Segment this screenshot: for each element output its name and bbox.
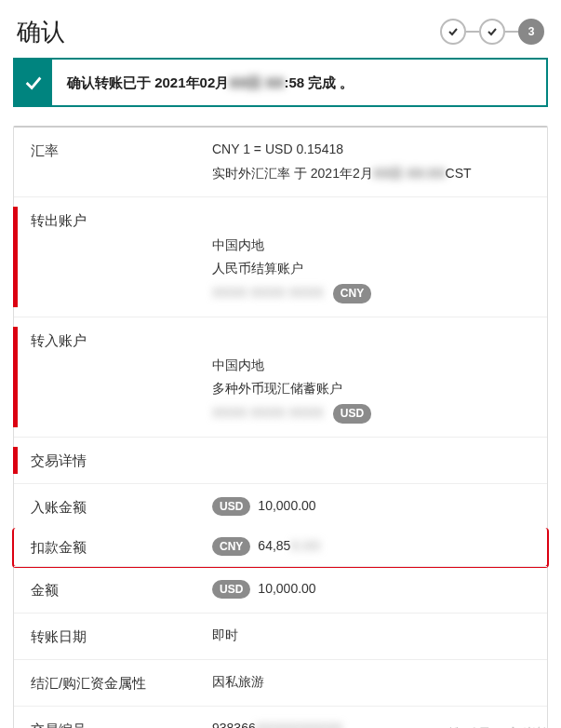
step-number: 3 — [528, 24, 535, 40]
rate-time-prefix: 实时外汇汇率 于 2021年2月 — [212, 165, 373, 183]
purpose-value: 因私旅游 — [212, 674, 264, 689]
step-2-done-icon — [479, 19, 505, 45]
from-currency-badge: CNY — [333, 284, 371, 303]
reference-row: 交易编号 938366XXXXXXXXXX — [14, 706, 547, 728]
amount-currency-badge: USD — [212, 580, 250, 600]
amount-row: 金额 USD 10,000.00 — [14, 566, 547, 613]
from-account-number-hidden: XXXX XXXX XXXX — [212, 284, 324, 303]
debit-amount: 64,85 — [258, 537, 290, 556]
reference-label: 交易编号 — [31, 720, 212, 728]
reference-value: 938366 — [212, 720, 256, 728]
to-region: 中国内地 — [212, 357, 264, 375]
confirmation-header: 确认 3 — [0, 0, 561, 58]
to-label: 转入账户 — [31, 330, 212, 350]
purpose-row: 结汇/购汇资金属性 因私旅游 — [14, 659, 547, 706]
step-3-active: 3 — [518, 19, 544, 45]
to-account-number-hidden: XXXX XXXX XXXX — [212, 404, 324, 423]
transaction-section-header: 交易详情 — [14, 437, 547, 483]
debit-amount-row-highlight: 扣款金额 CNY 64,85X.XX — [12, 528, 549, 568]
reference-hidden: XXXXXXXXXX — [256, 720, 342, 728]
from-label: 转出账户 — [31, 210, 212, 230]
rate-time-hidden: XX日 XX:XX — [373, 165, 446, 183]
to-account-row: 转入账户 中国内地 多种外币现汇储蓄账户 XXXX XXXX XXXX USD — [14, 317, 547, 437]
details-card: 汇率 CNY 1 = USD 0.15418 实时外汇汇率 于 2021年2月 … — [13, 126, 548, 728]
credit-amount-row: 入账金额 USD 10,000.00 — [14, 483, 547, 530]
amount-value: 10,000.00 — [258, 580, 315, 599]
credit-currency-badge: USD — [212, 497, 250, 517]
from-account-row: 转出账户 中国内地 人民币结算账户 XXXX XXXX XXXX CNY — [14, 196, 547, 317]
notice-hidden: XX日 XX — [229, 74, 284, 90]
page-title: 确认 — [17, 15, 65, 48]
debit-amount-hidden: X.XX — [290, 537, 320, 556]
notice-suffix: :58 完成 。 — [284, 74, 354, 90]
debit-label: 扣款金额 — [31, 537, 212, 557]
from-account-type: 人民币结算账户 — [212, 260, 303, 278]
rate-value: CNY 1 = USD 0.15418 — [212, 141, 343, 159]
step-connector — [466, 31, 479, 33]
notice-text: 确认转账已于 2021年02月XX日 XX:58 完成 。 — [52, 60, 368, 105]
to-currency-badge: USD — [333, 404, 371, 424]
purpose-label: 结汇/购汇资金属性 — [31, 673, 212, 693]
transfer-date-row: 转账日期 即时 — [14, 613, 547, 659]
transfer-date-label: 转账日期 — [31, 627, 212, 646]
amount-label: 金额 — [31, 580, 212, 600]
step-connector — [505, 31, 518, 33]
success-notice: 确认转账已于 2021年02月XX日 XX:58 完成 。 — [13, 58, 548, 107]
rate-time-suffix: CST — [446, 165, 472, 183]
transfer-date-value: 即时 — [212, 627, 238, 642]
transaction-section-label: 交易详情 — [31, 451, 212, 470]
credit-label: 入账金额 — [31, 497, 212, 517]
credit-amount: 10,000.00 — [258, 497, 315, 516]
rate-label: 汇率 — [31, 141, 212, 160]
to-account-type: 多种外币现汇储蓄账户 — [212, 380, 342, 398]
rate-row: 汇率 CNY 1 = USD 0.15418 实时外汇汇率 于 2021年2月 … — [14, 128, 547, 195]
debit-currency-badge: CNY — [212, 537, 250, 557]
from-region: 中国内地 — [212, 236, 264, 255]
notice-prefix: 确认转账已于 2021年02月 — [67, 74, 229, 90]
step-indicator: 3 — [440, 19, 544, 45]
check-icon — [15, 60, 52, 105]
step-1-done-icon — [440, 19, 466, 45]
